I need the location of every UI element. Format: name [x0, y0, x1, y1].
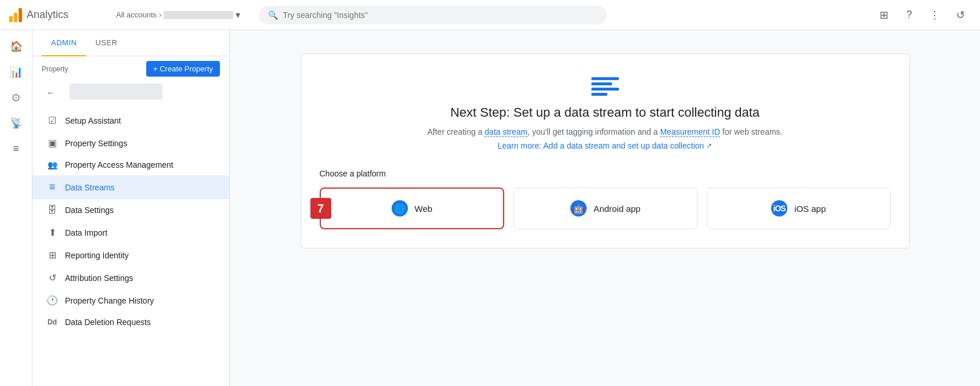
tab-admin[interactable]: ADMIN: [42, 30, 86, 56]
search-input[interactable]: [283, 10, 598, 20]
nav-explore-icon-button[interactable]: ⊙: [5, 86, 28, 109]
app-title: Analytics: [27, 9, 68, 21]
logo-bar-1: [9, 16, 13, 22]
app-header: Analytics All accounts › ▾ 🔍 ⊞ ? ⋮ ↺: [0, 0, 980, 30]
account-selector[interactable]: All accounts › ▾: [111, 7, 245, 23]
apps-icon-button[interactable]: ⊞: [873, 5, 894, 26]
property-settings-icon: ▣: [46, 138, 58, 149]
sidebar-item-data-streams[interactable]: ≡ Data Streams: [32, 175, 229, 199]
sidebar-item-label: Data Deletion Requests: [65, 318, 151, 327]
account-chevron-icon: ›: [159, 10, 161, 19]
setup-subtitle: After creating a data stream, you'll get…: [428, 127, 783, 136]
sidebar-item-data-import[interactable]: ⬆ Data Import: [32, 221, 229, 244]
logo-area: Analytics: [9, 8, 102, 22]
sidebar-item-label: Data Import: [65, 228, 107, 237]
learn-more-text: Learn more: Add a data stream and set up…: [498, 141, 704, 150]
subtitle-middle: , you'll get tagging information and a: [527, 127, 660, 136]
sidebar-item-label: Data Settings: [65, 205, 114, 215]
web-label: Web: [415, 204, 433, 214]
account-name-blur: [164, 11, 233, 19]
nav-home-icon-button[interactable]: 🏠: [5, 35, 28, 58]
sidebar-item-label: Setup Assistant: [65, 116, 121, 125]
step-badge: 7: [310, 198, 331, 219]
reporting-identity-icon: ⊞: [46, 250, 58, 261]
android-label: Android app: [594, 204, 641, 214]
sidebar-item-setup-assistant[interactable]: ☑ Setup Assistant: [32, 109, 229, 132]
ios-icon: iOS: [771, 200, 787, 217]
sidebar-item-label: Property Change History: [65, 296, 154, 305]
global-search-bar[interactable]: 🔍: [259, 6, 607, 24]
data-deletion-icon: Dd: [46, 318, 58, 326]
platform-options: 7 🌐 Web 🤖 Android app iOS iOS app: [320, 187, 891, 229]
sidebar-item-property-access-management[interactable]: 👥 Property Access Management: [32, 154, 229, 175]
platform-option-ios[interactable]: iOS iOS app: [707, 187, 891, 229]
ga-logo-icon: [9, 8, 22, 22]
platform-label: Choose a platform: [320, 169, 891, 178]
more-options-icon-button[interactable]: ⋮: [924, 5, 945, 26]
sidebar-item-property-change-history[interactable]: 🕐 Property Change History: [32, 289, 229, 312]
learn-more-link[interactable]: Learn more: Add a data stream and set up…: [498, 141, 713, 150]
subtitle-after: for web streams.: [720, 127, 782, 136]
back-button[interactable]: ←: [42, 84, 60, 102]
platform-option-android[interactable]: 🤖 Android app: [513, 187, 697, 229]
sidebar-item-label: Attribution Settings: [65, 273, 133, 283]
sidebar-item-data-settings[interactable]: 🗄 Data Settings: [32, 199, 229, 221]
measurement-id-link[interactable]: Measurement ID: [660, 127, 720, 137]
nav-reports-icon-button[interactable]: 📊: [5, 60, 28, 84]
sidebar-item-reporting-identity[interactable]: ⊞ Reporting Identity: [32, 244, 229, 266]
sidebar-item-data-deletion-requests[interactable]: Dd Data Deletion Requests: [32, 312, 229, 333]
nav-configure-icon-button[interactable]: ≡: [5, 137, 28, 160]
setup-title: Next Step: Set up a data stream to start…: [450, 105, 760, 120]
sidebar-item-label: Data Streams: [65, 183, 115, 192]
subtitle-before: After creating a: [428, 127, 485, 136]
sidebar: ADMIN USER Property + Create Property ← …: [32, 30, 230, 386]
property-search-bar: [70, 84, 162, 100]
property-change-history-icon: 🕐: [46, 295, 58, 306]
sidebar-item-label: Property Access Management: [65, 160, 173, 169]
external-link-icon: ↗: [706, 142, 712, 150]
data-streams-icon: ≡: [46, 181, 58, 193]
data-stream-link[interactable]: data stream: [484, 127, 527, 137]
data-stream-setup-icon: [591, 77, 619, 96]
attribution-settings-icon: ↺: [46, 272, 58, 283]
property-header: Property + Create Property: [32, 56, 229, 81]
sidebar-menu: ☑ Setup Assistant ▣ Property Settings 👥 …: [32, 109, 229, 342]
web-globe-icon: 🌐: [392, 200, 408, 217]
sidebar-item-property-settings[interactable]: ▣ Property Settings: [32, 132, 229, 154]
dropdown-chevron-icon: ▾: [236, 9, 240, 20]
left-nav: 🏠 📊 ⊙ 📡 ≡: [0, 30, 32, 386]
logo-bar-3: [19, 8, 22, 22]
main-content: Next Step: Set up a data stream to start…: [230, 30, 980, 386]
content-area: ADMIN USER Property + Create Property ← …: [32, 30, 980, 386]
tab-user[interactable]: USER: [86, 30, 126, 56]
android-icon: 🤖: [570, 200, 587, 217]
header-actions: ⊞ ? ⋮ ↺: [873, 5, 971, 26]
nav-advertising-icon-button[interactable]: 📡: [5, 111, 28, 135]
admin-user-tabs: ADMIN USER: [32, 30, 229, 56]
property-access-icon: 👥: [46, 160, 58, 169]
help-icon-button[interactable]: ?: [899, 5, 920, 26]
data-settings-icon: 🗄: [46, 205, 58, 215]
sidebar-item-label: Property Settings: [65, 139, 127, 148]
create-property-button[interactable]: + Create Property: [146, 61, 220, 77]
logo-bar-2: [14, 13, 17, 22]
search-icon: 🔍: [268, 10, 278, 20]
data-import-icon: ⬆: [46, 227, 58, 238]
platform-section: Choose a platform 7 🌐 Web 🤖 Android app: [320, 169, 891, 229]
property-label: Property: [42, 65, 68, 73]
account-icon-button[interactable]: ↺: [950, 5, 971, 26]
platform-option-web[interactable]: 7 🌐 Web: [320, 187, 505, 229]
setup-assistant-icon: ☑: [46, 115, 58, 126]
ios-label: iOS app: [794, 204, 826, 214]
sidebar-item-label: Reporting Identity: [65, 251, 129, 260]
setup-card: Next Step: Set up a data stream to start…: [301, 53, 910, 248]
sidebar-item-attribution-settings[interactable]: ↺ Attribution Settings: [32, 266, 229, 289]
all-accounts-label: All accounts: [116, 10, 157, 19]
